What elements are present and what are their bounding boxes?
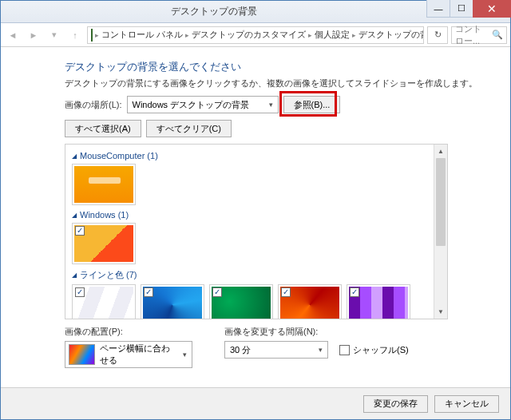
navbar: ◄ ► ▾ ↑ ▸ コントロール パネル▸ デスクトップのカスタマイズ▸ 個人設… <box>1 23 510 47</box>
thumb-checkbox[interactable]: ✓ <box>144 287 153 297</box>
minimize-button[interactable]: — <box>426 0 450 18</box>
scroll-track[interactable] <box>434 158 447 305</box>
window-title: デスクトップの背景 <box>1 5 426 18</box>
thumb-checkbox[interactable]: ✓ <box>75 226 85 236</box>
clear-all-button[interactable]: すべてクリア(C) <box>146 120 232 137</box>
forward-button[interactable]: ► <box>25 26 42 44</box>
window: デスクトップの背景 — ☐ ✕ ◄ ► ▾ ↑ ▸ コントロール パネル▸ デス… <box>0 0 511 420</box>
scroll-down-icon[interactable]: ▼ <box>434 305 447 319</box>
collapse-icon: ◢ <box>72 271 77 279</box>
interval-value: 30 分 <box>230 344 251 356</box>
group-lines-colors[interactable]: ◢ラインと色 (7) <box>72 269 427 281</box>
scroll-thumb[interactable] <box>436 158 446 246</box>
shuffle-checkbox[interactable]: シャッフル(S) <box>339 344 409 356</box>
thumb-checkbox[interactable]: ✓ <box>75 287 85 297</box>
placement-select[interactable]: ページ横幅に合わせる <box>65 341 192 368</box>
maximize-button[interactable]: ☐ <box>450 0 473 18</box>
page-subtitle: デスクトップの背景にする画像をクリックするか、複数の画像を選択してスライドショー… <box>65 77 494 89</box>
group-mousecomputer[interactable]: ◢MouseComputer (1) <box>72 151 427 160</box>
wallpaper-thumb[interactable]: ✓ <box>209 284 273 319</box>
back-button[interactable]: ◄ <box>4 26 22 44</box>
placement-preview-icon <box>69 344 95 365</box>
thumb-checkbox[interactable]: ✓ <box>350 287 359 297</box>
gallery: ◢MouseComputer (1) ✓ ◢Windows (1) ✓ ◢ライン… <box>65 144 448 319</box>
page-title: デスクトップの背景を選んでください <box>65 60 494 74</box>
breadcrumb[interactable]: ▸ コントロール パネル▸ デスクトップのカスタマイズ▸ 個人設定▸ デスクトッ… <box>87 26 424 44</box>
crumb-2[interactable]: 個人設定 <box>315 29 350 41</box>
checkbox-icon <box>339 345 350 355</box>
save-button[interactable]: 変更の保存 <box>363 395 428 413</box>
group-windows[interactable]: ◢Windows (1) <box>72 210 427 220</box>
wallpaper-thumb[interactable]: ✓ <box>278 284 342 319</box>
search-input[interactable]: コントロー... 🔍 <box>451 26 507 44</box>
crumb-1[interactable]: デスクトップのカスタマイズ <box>192 29 306 41</box>
wallpaper-thumb[interactable]: ✓ <box>72 223 136 264</box>
crumb-0[interactable]: コントロール パネル <box>101 29 183 41</box>
content: デスクトップの背景を選んでください デスクトップの背景にする画像をクリックするか… <box>1 47 510 387</box>
cancel-button[interactable]: キャンセル <box>434 395 499 413</box>
up-button[interactable]: ↑ <box>66 26 84 44</box>
footer: 変更の保存 キャンセル <box>1 387 510 419</box>
wallpaper-thumb[interactable]: ✓ <box>72 284 136 319</box>
interval-select[interactable]: 30 分 <box>224 341 328 359</box>
wallpaper-thumb[interactable]: ✓ <box>141 284 204 319</box>
control-panel-icon <box>91 29 93 42</box>
collapse-icon: ◢ <box>72 212 77 219</box>
interval-label: 画像を変更する間隔(N): <box>224 326 409 338</box>
location-label: 画像の場所(L): <box>65 99 122 111</box>
collapse-icon: ◢ <box>72 153 77 160</box>
search-placeholder: コントロー... <box>455 23 489 47</box>
placement-value: ページ横幅に合わせる <box>100 343 176 367</box>
wallpaper-thumb[interactable]: ✓ <box>347 284 410 319</box>
scrollbar[interactable]: ▲ ▼ <box>434 145 447 319</box>
window-buttons: — ☐ ✕ <box>426 1 510 22</box>
titlebar: デスクトップの背景 — ☐ ✕ <box>1 1 510 23</box>
thumb-checkbox[interactable]: ✓ <box>212 287 222 297</box>
location-select[interactable]: Windows デスクトップの背景 <box>127 96 279 113</box>
location-value: Windows デスクトップの背景 <box>133 99 250 111</box>
recent-button[interactable]: ▾ <box>46 26 63 44</box>
placement-label: 画像の配置(P): <box>65 326 192 338</box>
close-button[interactable]: ✕ <box>473 0 511 18</box>
browse-button[interactable]: 参照(B)... <box>283 96 341 113</box>
thumb-checkbox[interactable]: ✓ <box>281 287 291 297</box>
wallpaper-thumb[interactable]: ✓ <box>72 164 136 205</box>
crumb-3[interactable]: デスクトップの背景 <box>358 29 424 41</box>
scroll-up-icon[interactable]: ▲ <box>434 145 447 158</box>
refresh-button[interactable]: ↻ <box>427 26 448 44</box>
select-all-button[interactable]: すべて選択(A) <box>65 120 141 137</box>
search-icon: 🔍 <box>492 30 503 40</box>
